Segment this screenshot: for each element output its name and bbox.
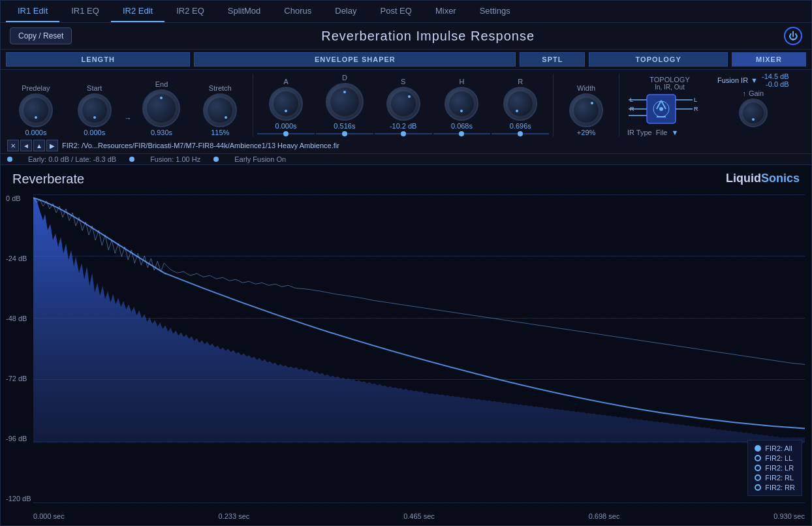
A-value: 0.000s — [275, 122, 297, 130]
svg-text:L: L — [630, 97, 633, 103]
S-group: S -10.2 dB — [375, 78, 432, 136]
stretch-label: Stretch — [209, 84, 232, 92]
legend-fir2-rr[interactable]: FIR2: RR — [755, 484, 795, 491]
svg-text:R: R — [630, 106, 634, 112]
gain-label: Gain — [749, 89, 764, 97]
time-930: 0.930 sec — [773, 512, 805, 520]
waveform-brand: LiquidSonics — [726, 172, 800, 185]
D-label: D — [342, 74, 347, 82]
early-fusion-info: Early Fusion On — [234, 155, 286, 163]
start-end-arrow: → — [125, 114, 132, 136]
header-title: Reverberation Impulse Response — [72, 29, 784, 44]
legend-label-ll: FIR2: LL — [765, 454, 792, 462]
A-group: A 0.000s — [257, 78, 315, 136]
legend-dot-lr — [755, 465, 761, 471]
db-0: 0 dB — [6, 194, 31, 202]
section-sptl[interactable]: SPTL — [520, 52, 585, 67]
width-group: Width +29% — [557, 84, 615, 136]
tab-ir2-edit[interactable]: IR2 Edit — [111, 1, 164, 22]
waveform-area[interactable]: Reverberate LiquidSonics 0 dB -24 dB -48… — [1, 165, 811, 525]
filepath-row: ✕ ◄ ▲ ▶ FIR2: /Vo...Resources/FIR/Bricas… — [1, 138, 811, 154]
start-group: Start 0.000s — [66, 84, 123, 136]
H-label: H — [460, 78, 465, 85]
copy-reset-button[interactable]: Copy / Reset — [10, 27, 72, 44]
controls-row: Predelay 0.000s Start 0.000s → End — [1, 70, 811, 138]
filepath-back-button[interactable]: ◄ — [20, 140, 32, 151]
stretch-group: Stretch 115% — [191, 84, 249, 136]
tab-bar: IR1 Edit IR1 EQ IR2 Edit IR2 EQ SplitMod… — [1, 1, 811, 23]
section-topology[interactable]: TOPOLOGY — [589, 52, 727, 67]
legend-dot-rl — [755, 474, 761, 481]
time-698: 0.698 sec — [589, 512, 620, 520]
D-value: 0.516s — [334, 122, 355, 130]
S-knob[interactable] — [386, 87, 420, 121]
legend-label-lr: FIR2: LR — [765, 464, 794, 472]
width-knob[interactable] — [569, 93, 603, 127]
gain-arrow-icon: ↑ — [742, 89, 746, 97]
width-label: Width — [577, 84, 595, 92]
db-values: -14.5 dB -0.0 dB — [762, 72, 789, 88]
svg-text:L: L — [694, 97, 697, 103]
legend-fir2-rl[interactable]: FIR2: RL — [755, 474, 795, 482]
section-length[interactable]: LENGTH — [6, 52, 190, 67]
in-ir-out-label: TOPOLOGY — [649, 76, 690, 84]
D-knob[interactable] — [326, 83, 364, 121]
file-dropdown-arrow[interactable]: ▼ — [671, 129, 678, 136]
stretch-knob[interactable] — [203, 93, 237, 127]
db-96: -96 dB — [6, 435, 31, 442]
filepath-controls: ✕ ◄ ▲ ▶ — [7, 140, 58, 151]
info-dot-2 — [129, 157, 134, 162]
end-value: 0.930s — [151, 129, 172, 136]
R-knob[interactable] — [503, 87, 537, 121]
end-knob[interactable] — [142, 89, 180, 127]
legend-dot-rr — [755, 484, 761, 491]
topology-controls: TOPOLOGY In, IR, Out — [622, 72, 805, 136]
brand-sonics: Sonics — [761, 172, 800, 185]
tab-delay[interactable]: Delay — [323, 1, 368, 22]
fusion-dropdown-arrow[interactable]: ▼ — [751, 76, 758, 84]
file-label: File — [656, 129, 668, 136]
A-label: A — [283, 78, 288, 85]
filepath-up-button[interactable]: ▲ — [33, 140, 45, 151]
power-button[interactable]: ⏻ — [784, 27, 802, 45]
waveform-title: Reverberate — [12, 172, 84, 187]
brand-liquid: Liquid — [726, 172, 761, 185]
tab-chorus[interactable]: Chorus — [272, 1, 323, 22]
filepath-x-button[interactable]: ✕ — [7, 140, 19, 151]
H-knob[interactable] — [445, 87, 478, 121]
start-knob[interactable] — [78, 93, 112, 127]
R-label: R — [518, 78, 523, 85]
end-group: End 0.930s — [133, 80, 191, 136]
legend-dot-ll — [755, 455, 761, 461]
A-knob[interactable] — [269, 87, 303, 121]
db-72: -72 dB — [6, 375, 31, 382]
section-envelope[interactable]: ENVELOPE SHAPER — [194, 52, 516, 67]
db-labels: 0 dB -24 dB -48 dB -72 dB -96 dB -120 dB — [6, 194, 31, 503]
H-group: H 0.068s — [433, 78, 491, 136]
legend-fir2-lr[interactable]: FIR2: LR — [755, 464, 795, 472]
legend-fir2-all[interactable]: FIR2: All — [755, 444, 795, 452]
legend-dot-all — [755, 445, 761, 452]
tab-post-eq[interactable]: Post EQ — [369, 1, 424, 22]
gain-knob[interactable] — [739, 99, 768, 127]
predelay-knob[interactable] — [19, 93, 53, 127]
svg-point-5 — [659, 107, 663, 111]
db-value-2: -0.0 dB — [762, 80, 789, 88]
legend-fir2-ll[interactable]: FIR2: LL — [755, 454, 795, 462]
R-value: 0.696s — [510, 122, 531, 130]
tab-ir1-eq[interactable]: IR1 EQ — [59, 1, 111, 22]
filepath-play-button[interactable]: ▶ — [46, 140, 58, 151]
H-value: 0.068s — [451, 122, 473, 130]
waveform-svg — [33, 194, 805, 443]
ir-type-label: IR Type — [627, 129, 652, 136]
header-row: Copy / Reset Reverberation Impulse Respo… — [1, 23, 811, 50]
tab-settings[interactable]: Settings — [468, 1, 522, 22]
legend: FIR2: All FIR2: LL FIR2: LR FIR2: RL FIR… — [747, 440, 802, 496]
topology-top: TOPOLOGY In, IR, Out — [627, 72, 789, 127]
tab-ir2-eq[interactable]: IR2 EQ — [164, 1, 216, 22]
tab-ir1-edit[interactable]: IR1 Edit — [6, 1, 59, 22]
tab-mixer[interactable]: Mixer — [424, 1, 468, 22]
S-value: -10.2 dB — [390, 122, 417, 130]
section-mixer[interactable]: MIXER — [732, 52, 806, 67]
tab-splitmod[interactable]: SplitMod — [216, 1, 273, 22]
